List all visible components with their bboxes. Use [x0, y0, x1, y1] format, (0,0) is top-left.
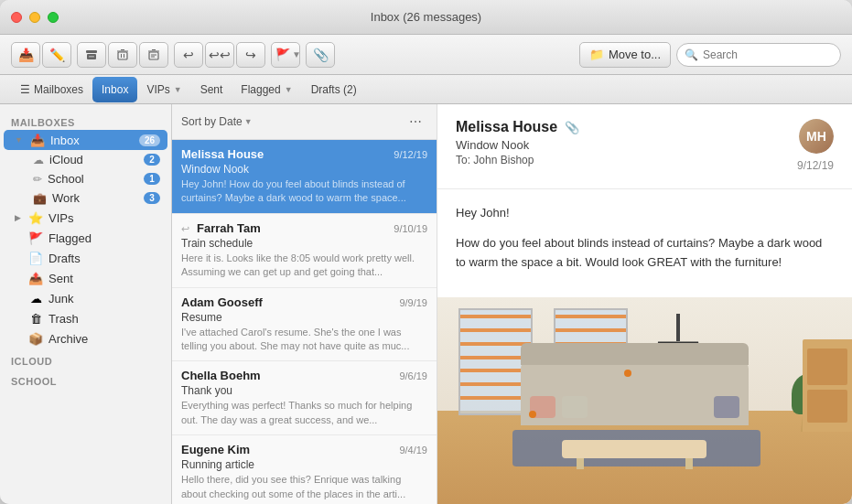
search-icon: 🔍	[685, 48, 698, 61]
inbox-badge: 26	[139, 134, 160, 146]
avatar-image: MH	[799, 119, 834, 154]
message-actions-group	[77, 42, 168, 68]
work-icon: 💼	[33, 192, 47, 205]
trash-icon: 🗑	[28, 311, 43, 326]
note-button[interactable]: 📎	[306, 42, 335, 68]
email-list-item-2[interactable]: ↩ Farrah Tam 9/10/19 Train schedule Here…	[172, 214, 437, 288]
sidebar-item-vips-label: VIPs	[49, 211, 160, 225]
sidebar-item-school-label: School	[48, 172, 138, 186]
tab-mailboxes[interactable]: ☰ Mailboxes	[11, 77, 92, 102]
email-list-item-1[interactable]: Melissa House 9/12/19 Window Nook Hey Jo…	[172, 140, 437, 214]
detail-to-label: To:	[456, 154, 470, 166]
email-list-item-5[interactable]: Eugene Kim 9/4/19 Running article Hello …	[172, 435, 437, 504]
sidebar: Mailboxes ▼ 📥 Inbox 26 ☁ iCloud 2 ✏ Scho…	[0, 104, 172, 504]
cabinet-door-2	[807, 390, 847, 423]
email-list-container: Melissa House 9/12/19 Window Nook Hey Jo…	[172, 140, 437, 504]
minimize-button[interactable]	[29, 12, 40, 23]
email-list-item-4[interactable]: Chella Boehm 9/6/19 Thank you Everything…	[172, 361, 437, 435]
junk-icon	[147, 48, 160, 61]
forward-button[interactable]: ↪	[236, 42, 265, 68]
reply-all-button[interactable]: ↩↩	[205, 42, 234, 68]
sidebar-item-icloud[interactable]: ☁ iCloud 2	[4, 150, 167, 169]
get-mail-button[interactable]: 📥	[11, 42, 40, 68]
sidebar-item-trash[interactable]: ▶ 🗑 Trash	[4, 308, 167, 328]
sidebar-item-school[interactable]: ✏ School 1	[4, 169, 167, 188]
email-header-row: Eugene Kim 9/4/19	[181, 443, 427, 456]
search-input[interactable]	[703, 48, 833, 61]
pillow-2	[562, 396, 588, 418]
sidebar-item-vips[interactable]: ▶ ⭐ VIPs	[4, 208, 167, 228]
svg-rect-8	[149, 52, 158, 59]
sidebar-item-junk-label: Junk	[49, 292, 160, 306]
email-subject: Resume	[181, 311, 427, 324]
detail-date: 9/12/19	[797, 159, 834, 172]
archive-button[interactable]	[77, 42, 106, 68]
lamp-cord	[676, 314, 680, 341]
email-date: 9/6/19	[399, 370, 427, 381]
sidebar-icon: ☰	[20, 83, 30, 96]
archive-box-icon: 📦	[28, 331, 43, 346]
sort-by-button[interactable]: Sort by Date ▼	[181, 115, 253, 128]
detail-greeting: Hey John!	[456, 204, 834, 223]
svg-rect-2	[89, 56, 94, 58]
sidebar-item-inbox[interactable]: ▼ 📥 Inbox 26	[4, 130, 167, 150]
tab-flagged[interactable]: Flagged ▼	[232, 77, 301, 102]
sidebar-item-archive[interactable]: ▶ 📦 Archive	[4, 328, 167, 349]
email-preview: Hello there, did you see this? Enrique w…	[181, 473, 427, 501]
tab-flagged-label: Flagged	[241, 83, 280, 96]
detail-sender-name: Melissa House	[456, 119, 557, 135]
detail-image	[437, 297, 852, 504]
tab-drafts[interactable]: Drafts (2)	[302, 77, 366, 102]
email-header-row: Melissa House 9/12/19	[181, 147, 427, 161]
detail-header: Melissa House 📎 Window Nook To: John Bis…	[437, 104, 852, 189]
email-preview: Hey John! How do you feel about blinds i…	[181, 177, 427, 206]
detail-body-text: How do you feel about blinds instead of …	[456, 234, 834, 273]
sidebar-item-sent[interactable]: ▶ 📤 Sent	[4, 268, 167, 288]
sidebar-item-drafts[interactable]: ▶ 📄 Drafts	[4, 248, 167, 268]
delete-button[interactable]	[108, 42, 137, 68]
sidebar-item-flagged-label: Flagged	[49, 231, 160, 245]
sidebar-item-flagged[interactable]: ▶ 🚩 Flagged	[4, 228, 167, 248]
reply-group: ↩ ↩↩ ↪	[174, 42, 265, 68]
vips-chevron-icon: ▼	[174, 85, 182, 94]
drafts-icon: 📄	[28, 251, 43, 265]
sort-by-label: Sort by Date	[181, 115, 243, 128]
more-options-button[interactable]: ⋯	[404, 110, 427, 134]
detail-to-row: To: John Bishop	[456, 154, 797, 166]
detail-body: Hey John! How do you feel about blinds i…	[437, 189, 852, 297]
move-to-button[interactable]: 📁 Move to...	[579, 42, 671, 68]
email-header-left: Adam Gooseff	[181, 295, 399, 309]
email-subject: Window Nook	[181, 163, 427, 176]
sidebar-item-archive-label: Archive	[49, 332, 160, 346]
icloud-icon: ☁	[33, 154, 44, 166]
compose-button[interactable]: ✏️	[42, 42, 71, 68]
cabinet	[803, 339, 852, 433]
tab-inbox[interactable]: Inbox	[92, 77, 137, 102]
sidebar-item-drafts-label: Drafts	[49, 252, 160, 265]
sidebar-item-work[interactable]: 💼 Work 3	[4, 188, 167, 208]
pillow-3	[714, 396, 739, 418]
detail-sender-row: Melissa House 📎	[456, 119, 797, 135]
sidebar-item-inbox-label: Inbox	[50, 134, 134, 147]
sidebar-item-junk[interactable]: ▶ ☁ Junk	[4, 288, 167, 308]
email-subject: Thank you	[181, 384, 427, 397]
attachment-clip-icon: 📎	[565, 121, 579, 134]
vips-icon: ⭐	[28, 210, 43, 225]
reply-button[interactable]: ↩	[174, 42, 203, 68]
blind-stripe-1	[460, 315, 532, 318]
tab-sent[interactable]: Sent	[191, 77, 232, 102]
detail-to-name: John Bishop	[473, 154, 534, 166]
email-preview: Here it is. Looks like the 8:05 would wo…	[181, 252, 427, 280]
junk-button[interactable]	[139, 42, 168, 68]
sidebar-item-sent-label: Sent	[49, 272, 160, 285]
detail-header-top: Melissa House 📎 Window Nook To: John Bis…	[456, 119, 834, 172]
window-title: Inbox (26 messages)	[371, 10, 481, 24]
close-button[interactable]	[11, 12, 22, 23]
school-badge: 1	[144, 173, 160, 185]
flag-button[interactable]: 🚩 ▼	[271, 42, 300, 68]
email-list-item-3[interactable]: Adam Gooseff 9/9/19 Resume I've attached…	[172, 288, 437, 362]
tab-vips[interactable]: VIPs ▼	[137, 77, 190, 102]
email-sender: Chella Boehm	[181, 369, 261, 382]
blind-m-2	[555, 328, 627, 332]
maximize-button[interactable]	[48, 12, 59, 23]
